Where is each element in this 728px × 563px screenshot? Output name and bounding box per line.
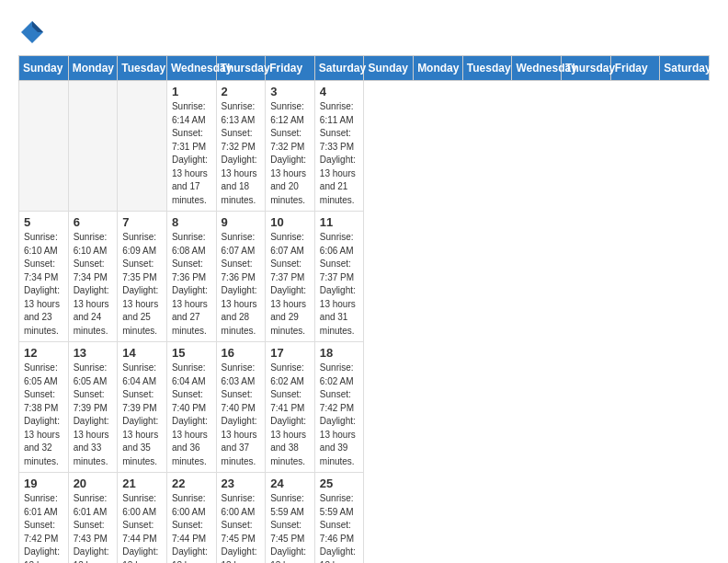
calendar-cell: 23Sunrise: 6:00 AMSunset: 7:45 PMDayligh… — [216, 473, 266, 564]
day-number: 12 — [24, 346, 63, 360]
sun-info: Sunrise: 6:00 AMSunset: 7:44 PMDaylight:… — [122, 492, 162, 563]
sun-info: Sunrise: 6:11 AMSunset: 7:33 PMDaylight:… — [320, 100, 359, 207]
calendar-day-header: Tuesday — [118, 56, 167, 81]
calendar-day-header: Friday — [266, 56, 315, 81]
day-number: 13 — [74, 346, 113, 360]
calendar-day-header: Saturday — [660, 56, 710, 81]
day-number: 11 — [320, 215, 359, 229]
calendar-day-header: Friday — [610, 56, 660, 81]
calendar-day-header: Monday — [414, 56, 463, 81]
calendar-cell: 7Sunrise: 6:09 AMSunset: 7:35 PMDaylight… — [118, 212, 167, 342]
logo-icon — [18, 18, 46, 46]
sun-info: Sunrise: 6:05 AMSunset: 7:38 PMDaylight:… — [24, 362, 63, 468]
calendar-day-header: Wednesday — [166, 56, 216, 81]
day-number: 19 — [24, 477, 63, 490]
calendar-cell: 3Sunrise: 6:12 AMSunset: 7:32 PMDaylight… — [266, 81, 315, 212]
day-number: 8 — [172, 215, 211, 229]
calendar-week-row: 12Sunrise: 6:05 AMSunset: 7:38 PMDayligh… — [19, 342, 710, 473]
sun-info: Sunrise: 6:08 AMSunset: 7:36 PMDaylight:… — [172, 231, 211, 338]
day-number: 2 — [222, 85, 261, 98]
calendar-day-header: Thursday — [562, 56, 611, 81]
sun-info: Sunrise: 6:13 AMSunset: 7:32 PMDaylight:… — [222, 100, 261, 207]
sun-info: Sunrise: 6:05 AMSunset: 7:39 PMDaylight:… — [74, 362, 113, 468]
day-number: 17 — [270, 346, 310, 360]
calendar-cell — [19, 81, 69, 212]
day-number: 22 — [172, 477, 211, 490]
calendar-day-header: Sunday — [364, 56, 414, 81]
day-number: 4 — [320, 85, 359, 98]
calendar-cell: 8Sunrise: 6:08 AMSunset: 7:36 PMDaylight… — [166, 212, 216, 342]
sun-info: Sunrise: 6:07 AMSunset: 7:37 PMDaylight:… — [270, 231, 310, 338]
calendar-week-row: 19Sunrise: 6:01 AMSunset: 7:42 PMDayligh… — [19, 473, 710, 564]
sun-info: Sunrise: 5:59 AMSunset: 7:45 PMDaylight:… — [270, 492, 310, 563]
day-number: 24 — [270, 477, 310, 490]
calendar-cell: 13Sunrise: 6:05 AMSunset: 7:39 PMDayligh… — [68, 342, 118, 473]
calendar-cell: 2Sunrise: 6:13 AMSunset: 7:32 PMDaylight… — [216, 81, 266, 212]
calendar-cell: 11Sunrise: 6:06 AMSunset: 7:37 PMDayligh… — [314, 212, 364, 342]
day-number: 15 — [172, 346, 211, 360]
day-number: 6 — [74, 215, 113, 229]
calendar-day-header: Thursday — [216, 56, 266, 81]
calendar-cell: 21Sunrise: 6:00 AMSunset: 7:44 PMDayligh… — [118, 473, 167, 564]
calendar-table: SundayMondayTuesdayWednesdayThursdayFrid… — [18, 55, 710, 563]
sun-info: Sunrise: 6:02 AMSunset: 7:41 PMDaylight:… — [270, 362, 310, 468]
day-number: 7 — [122, 215, 162, 229]
calendar-cell: 10Sunrise: 6:07 AMSunset: 7:37 PMDayligh… — [266, 212, 315, 342]
calendar-day-header: Sunday — [19, 56, 69, 81]
calendar-week-row: 1Sunrise: 6:14 AMSunset: 7:31 PMDaylight… — [19, 81, 710, 212]
sun-info: Sunrise: 6:02 AMSunset: 7:42 PMDaylight:… — [320, 362, 359, 468]
page-header — [18, 18, 710, 46]
calendar-day-header: Tuesday — [462, 56, 512, 81]
calendar-cell: 18Sunrise: 6:02 AMSunset: 7:42 PMDayligh… — [314, 342, 364, 473]
day-number: 14 — [122, 346, 162, 360]
day-number: 16 — [222, 346, 261, 360]
calendar-cell: 1Sunrise: 6:14 AMSunset: 7:31 PMDaylight… — [166, 81, 216, 212]
sun-info: Sunrise: 6:09 AMSunset: 7:35 PMDaylight:… — [122, 231, 162, 338]
calendar-cell: 25Sunrise: 5:59 AMSunset: 7:46 PMDayligh… — [314, 473, 364, 564]
calendar-header-row: SundayMondayTuesdayWednesdayThursdayFrid… — [19, 56, 710, 81]
day-number: 1 — [172, 85, 211, 98]
calendar-cell: 6Sunrise: 6:10 AMSunset: 7:34 PMDaylight… — [68, 212, 118, 342]
sun-info: Sunrise: 6:07 AMSunset: 7:36 PMDaylight:… — [222, 231, 261, 338]
day-number: 23 — [222, 477, 261, 490]
calendar-cell — [118, 81, 167, 212]
sun-info: Sunrise: 6:03 AMSunset: 7:40 PMDaylight:… — [222, 362, 261, 468]
day-number: 5 — [24, 215, 63, 229]
calendar-day-header: Monday — [68, 56, 118, 81]
calendar-cell: 24Sunrise: 5:59 AMSunset: 7:45 PMDayligh… — [266, 473, 315, 564]
calendar-cell: 19Sunrise: 6:01 AMSunset: 7:42 PMDayligh… — [19, 473, 69, 564]
calendar-cell: 22Sunrise: 6:00 AMSunset: 7:44 PMDayligh… — [166, 473, 216, 564]
sun-info: Sunrise: 6:01 AMSunset: 7:43 PMDaylight:… — [74, 492, 113, 563]
day-number: 10 — [270, 215, 310, 229]
calendar-cell: 9Sunrise: 6:07 AMSunset: 7:36 PMDaylight… — [216, 212, 266, 342]
calendar-cell: 16Sunrise: 6:03 AMSunset: 7:40 PMDayligh… — [216, 342, 266, 473]
day-number: 25 — [320, 477, 359, 490]
sun-info: Sunrise: 6:10 AMSunset: 7:34 PMDaylight:… — [74, 231, 113, 338]
calendar-cell: 17Sunrise: 6:02 AMSunset: 7:41 PMDayligh… — [266, 342, 315, 473]
sun-info: Sunrise: 6:04 AMSunset: 7:40 PMDaylight:… — [172, 362, 211, 468]
calendar-cell: 4Sunrise: 6:11 AMSunset: 7:33 PMDaylight… — [314, 81, 364, 212]
day-number: 20 — [74, 477, 113, 490]
calendar-week-row: 5Sunrise: 6:10 AMSunset: 7:34 PMDaylight… — [19, 212, 710, 342]
sun-info: Sunrise: 6:14 AMSunset: 7:31 PMDaylight:… — [172, 100, 211, 207]
calendar-cell: 15Sunrise: 6:04 AMSunset: 7:40 PMDayligh… — [166, 342, 216, 473]
sun-info: Sunrise: 6:04 AMSunset: 7:39 PMDaylight:… — [122, 362, 162, 468]
day-number: 3 — [270, 85, 310, 98]
calendar-day-header: Wednesday — [512, 56, 562, 81]
sun-info: Sunrise: 6:06 AMSunset: 7:37 PMDaylight:… — [320, 231, 359, 338]
sun-info: Sunrise: 6:00 AMSunset: 7:45 PMDaylight:… — [222, 492, 261, 563]
calendar-day-header: Saturday — [314, 56, 364, 81]
day-number: 9 — [222, 215, 261, 229]
sun-info: Sunrise: 6:10 AMSunset: 7:34 PMDaylight:… — [24, 231, 63, 338]
calendar-cell: 20Sunrise: 6:01 AMSunset: 7:43 PMDayligh… — [68, 473, 118, 564]
sun-info: Sunrise: 6:12 AMSunset: 7:32 PMDaylight:… — [270, 100, 310, 207]
calendar-cell: 12Sunrise: 6:05 AMSunset: 7:38 PMDayligh… — [19, 342, 69, 473]
sun-info: Sunrise: 5:59 AMSunset: 7:46 PMDaylight:… — [320, 492, 359, 563]
sun-info: Sunrise: 6:00 AMSunset: 7:44 PMDaylight:… — [172, 492, 211, 563]
day-number: 18 — [320, 346, 359, 360]
logo — [18, 18, 50, 46]
calendar-cell: 5Sunrise: 6:10 AMSunset: 7:34 PMDaylight… — [19, 212, 69, 342]
day-number: 21 — [122, 477, 162, 490]
sun-info: Sunrise: 6:01 AMSunset: 7:42 PMDaylight:… — [24, 492, 63, 563]
calendar-cell: 14Sunrise: 6:04 AMSunset: 7:39 PMDayligh… — [118, 342, 167, 473]
